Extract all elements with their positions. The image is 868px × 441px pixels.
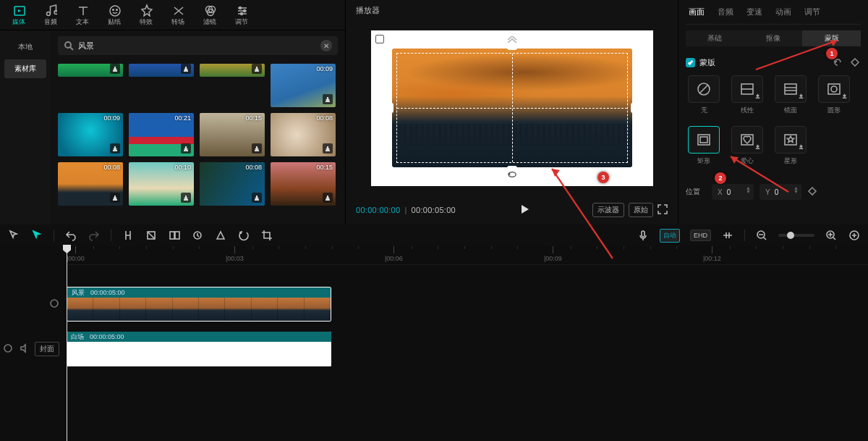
redo-icon[interactable]: [88, 229, 101, 242]
media-item[interactable]: 00:15: [271, 162, 336, 206]
media-item[interactable]: [200, 64, 265, 77]
undo-icon[interactable]: [64, 229, 77, 242]
tool-audio[interactable]: 音频: [36, 1, 65, 30]
tab-audio[interactable]: 音频: [718, 7, 733, 17]
subtab-mask[interactable]: 蒙版: [802, 30, 861, 46]
download-icon[interactable]: [110, 143, 120, 154]
tab-picture[interactable]: 画面: [689, 7, 705, 17]
align-icon[interactable]: [721, 229, 734, 242]
media-item[interactable]: 00:08: [200, 162, 265, 206]
mask-handle-left[interactable]: [392, 103, 393, 113]
original-button[interactable]: 原始: [629, 203, 653, 217]
mask-handle-top[interactable]: [507, 49, 517, 50]
side-tab-library[interactable]: 素材库: [4, 59, 46, 78]
keyframe-icon[interactable]: [849, 56, 861, 68]
delete-right-icon[interactable]: [168, 229, 181, 242]
ehd-chip[interactable]: EHD: [690, 230, 711, 241]
media-item[interactable]: 00:08: [271, 113, 336, 156]
media-item[interactable]: 00:21: [129, 113, 194, 156]
download-icon[interactable]: [323, 193, 333, 203]
tool-sticker[interactable]: 贴纸: [100, 1, 129, 30]
media-item[interactable]: 00:10: [129, 162, 194, 206]
mask-handle-bottom[interactable]: [507, 166, 517, 167]
media-item[interactable]: [58, 64, 123, 77]
mask-heart[interactable]: [731, 126, 763, 154]
video-clip[interactable]: 风景00:00:05:00: [67, 287, 331, 322]
delete-left-icon[interactable]: [145, 229, 158, 242]
download-icon: [798, 143, 804, 151]
play-button[interactable]: [517, 202, 532, 218]
download-icon[interactable]: [181, 193, 191, 203]
media-item[interactable]: 00:09: [58, 113, 123, 156]
crop-icon[interactable]: [260, 229, 273, 242]
tab-animation[interactable]: 动画: [775, 7, 791, 17]
mask-enable-checkbox[interactable]: 蒙版: [686, 57, 715, 68]
subtab-cutout[interactable]: 抠像: [744, 30, 803, 46]
download-icon[interactable]: [252, 64, 262, 74]
preview-frame[interactable]: [392, 49, 632, 167]
zoom-in-icon[interactable]: [825, 229, 838, 242]
download-icon[interactable]: [110, 64, 120, 74]
pos-x-input[interactable]: X0▲▼: [712, 184, 754, 200]
bg-clip[interactable]: 白场00:00:05:00: [67, 332, 331, 366]
lock-icon[interactable]: [49, 298, 59, 310]
tool-effect[interactable]: 特效: [132, 1, 161, 30]
tool-media[interactable]: 媒体: [4, 1, 33, 30]
rotate-icon[interactable]: [506, 170, 519, 180]
tool-label: 转场: [171, 17, 184, 27]
search-input[interactable]: 风景 ✕: [58, 36, 338, 55]
mask-star[interactable]: [775, 126, 807, 154]
media-item[interactable]: 00:15: [200, 113, 265, 156]
timeline-ruler[interactable]: |00:00|00:03|00:06|00:09|00:12: [67, 246, 868, 265]
svg-point-17: [831, 86, 837, 92]
split-icon[interactable]: [122, 229, 135, 242]
media-item[interactable]: 00:08: [58, 162, 123, 206]
mask-rect[interactable]: [688, 126, 720, 154]
record-icon[interactable]: [191, 229, 204, 242]
pos-y-input[interactable]: Y0▲▼: [760, 184, 801, 200]
search-clear[interactable]: ✕: [320, 40, 332, 51]
mask-none[interactable]: [688, 75, 720, 103]
download-icon[interactable]: [323, 143, 333, 154]
mic-icon[interactable]: [637, 229, 650, 242]
zoom-slider[interactable]: [778, 234, 814, 237]
corner-handle[interactable]: [375, 35, 384, 43]
download-icon[interactable]: [110, 193, 120, 203]
tool-adjust[interactable]: 调节: [227, 1, 256, 30]
download-icon[interactable]: [323, 94, 333, 104]
zoom-out-icon[interactable]: [755, 229, 768, 242]
freeze-icon[interactable]: [214, 229, 227, 242]
mask-mirror[interactable]: [775, 75, 807, 103]
download-icon[interactable]: [181, 64, 191, 74]
tool-filter[interactable]: 滤镜: [195, 1, 224, 30]
download-icon[interactable]: [252, 143, 262, 154]
tool-label: 特效: [140, 17, 153, 27]
pointer-accent-icon[interactable]: [30, 229, 43, 242]
player-stage[interactable]: [371, 30, 653, 186]
tool-text[interactable]: 文本: [68, 1, 97, 30]
cursor-icon[interactable]: [7, 229, 20, 242]
tab-speed[interactable]: 变速: [746, 7, 762, 17]
track-visible-icon[interactable]: [3, 343, 13, 355]
chevron-up-icon[interactable]: [506, 36, 519, 46]
mute-icon[interactable]: [19, 343, 29, 355]
mask-linear[interactable]: [731, 75, 763, 103]
media-item[interactable]: 00:09: [271, 64, 336, 107]
playhead[interactable]: [67, 246, 67, 441]
media-item[interactable]: [129, 64, 194, 77]
reverse-icon[interactable]: [237, 229, 250, 242]
download-icon[interactable]: [181, 143, 191, 154]
download-icon[interactable]: [252, 193, 262, 203]
mask-circle[interactable]: [818, 75, 850, 103]
auto-chip[interactable]: 自动: [660, 229, 680, 243]
tool-transition[interactable]: 转场: [163, 1, 192, 30]
cover-button[interactable]: 封面: [35, 342, 59, 356]
zoom-fit-icon[interactable]: [848, 229, 861, 242]
side-tab-local[interactable]: 本地: [4, 38, 46, 56]
subtab-basic[interactable]: 基础: [686, 30, 744, 46]
fullscreen-icon[interactable]: [658, 204, 668, 216]
tab-adjust[interactable]: 调节: [804, 7, 820, 17]
mask-handle-right[interactable]: [631, 103, 632, 113]
keyframe-diamond-icon[interactable]: [807, 186, 817, 198]
scope-button[interactable]: 示波器: [592, 203, 624, 217]
